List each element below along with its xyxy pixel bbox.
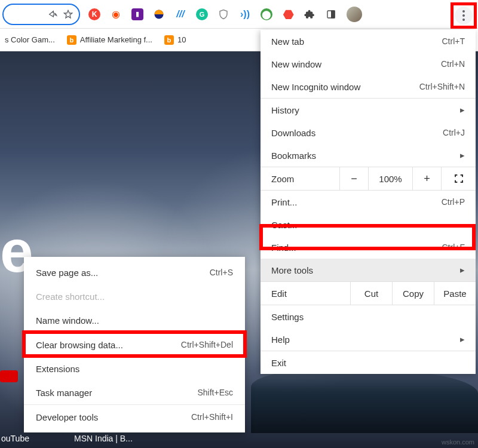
ext-icon-similarweb[interactable] bbox=[153, 8, 165, 20]
ext-icon-grammarly[interactable]: G bbox=[196, 8, 208, 20]
menu-new-tab[interactable]: New tabCtrl+T bbox=[261, 30, 476, 53]
submenu-extensions[interactable]: Extensions bbox=[24, 357, 245, 381]
menu-downloads[interactable]: DownloadsCtrl+J bbox=[261, 121, 476, 144]
ext-icon-pulse[interactable]: ›)) bbox=[239, 8, 251, 20]
ext-icon-mm[interactable]: /// bbox=[174, 8, 186, 20]
cut-button[interactable]: Cut bbox=[350, 282, 392, 305]
ext-icon-k[interactable]: K bbox=[88, 8, 100, 20]
ext-icon-ninja[interactable]: ⬤ bbox=[261, 8, 272, 20]
bookmark-label: 10 bbox=[177, 35, 186, 44]
star-icon[interactable] bbox=[63, 10, 73, 19]
bookmark-item[interactable]: s Color Gam... bbox=[5, 35, 55, 44]
chrome-main-menu: New tabCtrl+T New windowCtrl+N New Incog… bbox=[261, 30, 476, 374]
bookmark-item[interactable]: b10 bbox=[164, 35, 186, 45]
bookmark-label: Affiliate Marketing f... bbox=[80, 35, 152, 44]
menu-button[interactable] bbox=[455, 7, 473, 24]
ext-icon-shield[interactable] bbox=[217, 8, 229, 20]
edit-label: Edit bbox=[261, 289, 350, 299]
profile-avatar[interactable] bbox=[347, 7, 362, 22]
zoom-label: Zoom bbox=[261, 174, 339, 184]
page-fragment-msn: MSN India | B... bbox=[74, 434, 133, 443]
watermark: wskon.com bbox=[442, 438, 474, 446]
menu-history[interactable]: History▸ bbox=[261, 99, 476, 121]
more-tools-submenu: Save page as...Ctrl+S Create shortcut...… bbox=[24, 257, 245, 432]
chevron-right-icon: ▸ bbox=[460, 105, 465, 115]
chevron-right-icon: ▸ bbox=[460, 150, 465, 161]
chevron-right-icon: ▸ bbox=[460, 334, 465, 345]
page-fragment-youtube: ouTube bbox=[1, 434, 29, 443]
omnibox[interactable] bbox=[2, 4, 80, 25]
menu-zoom-row: Zoom − 100% + bbox=[261, 167, 476, 191]
menu-print[interactable]: Print...Ctrl+P bbox=[261, 191, 476, 213]
menu-bookmarks[interactable]: Bookmarks▸ bbox=[261, 144, 476, 167]
zoom-value: 100% bbox=[368, 167, 412, 190]
bookmark-favicon: b bbox=[164, 35, 174, 45]
chevron-right-icon: ▸ bbox=[460, 265, 465, 275]
menu-edit-row: Edit Cut Copy Paste bbox=[261, 281, 476, 305]
extension-icons: K ◉ ▮ /// G ›)) ⬤ ⬣ bbox=[88, 7, 362, 22]
zoom-out-button[interactable]: − bbox=[339, 167, 368, 190]
menu-find[interactable]: Find...Ctrl+F bbox=[261, 236, 476, 259]
share-icon[interactable] bbox=[48, 10, 57, 19]
submenu-name-window[interactable]: Name window... bbox=[24, 308, 245, 332]
copy-button[interactable]: Copy bbox=[392, 282, 434, 305]
bookmark-item[interactable]: bAffiliate Marketing f... bbox=[67, 35, 152, 45]
fullscreen-button[interactable] bbox=[441, 167, 476, 190]
menu-more-tools[interactable]: More tools▸ bbox=[261, 259, 476, 281]
ext-icon-puzzle[interactable] bbox=[304, 8, 315, 20]
submenu-clear-browsing-data[interactable]: Clear browsing data...Ctrl+Shift+Del bbox=[24, 333, 245, 357]
menu-exit[interactable]: Exit bbox=[261, 351, 476, 374]
bookmark-label: s Color Gam... bbox=[5, 35, 55, 44]
browser-toolbar: K ◉ ▮ /// G ›)) ⬤ ⬣ bbox=[0, 0, 478, 29]
menu-new-window[interactable]: New windowCtrl+N bbox=[261, 53, 476, 75]
ext-icon-reddit[interactable]: ◉ bbox=[110, 8, 122, 20]
paste-button[interactable]: Paste bbox=[434, 282, 476, 305]
ext-icon-ublock[interactable]: ⬣ bbox=[282, 8, 294, 20]
submenu-developer-tools[interactable]: Developer toolsCtrl+Shift+I bbox=[24, 405, 245, 429]
submenu-create-shortcut: Create shortcut... bbox=[24, 284, 245, 308]
menu-new-incognito[interactable]: New Incognito windowCtrl+Shift+N bbox=[261, 75, 476, 98]
zoom-in-button[interactable]: + bbox=[412, 167, 441, 190]
menu-cast[interactable]: Cast... bbox=[261, 213, 476, 236]
page-fragment-youtube-icon bbox=[0, 370, 18, 382]
bookmark-favicon: b bbox=[67, 35, 76, 45]
menu-settings[interactable]: Settings bbox=[261, 305, 476, 328]
submenu-task-manager[interactable]: Task managerShift+Esc bbox=[24, 381, 245, 404]
submenu-save-page[interactable]: Save page as...Ctrl+S bbox=[24, 260, 245, 284]
ext-icon-reader[interactable] bbox=[325, 8, 337, 20]
highlight-menu-button bbox=[451, 2, 477, 29]
svg-rect-2 bbox=[332, 11, 335, 18]
ext-icon-analytics[interactable]: ▮ bbox=[131, 8, 143, 20]
menu-help[interactable]: Help▸ bbox=[261, 328, 476, 351]
page-fragment-rocks bbox=[251, 367, 478, 433]
